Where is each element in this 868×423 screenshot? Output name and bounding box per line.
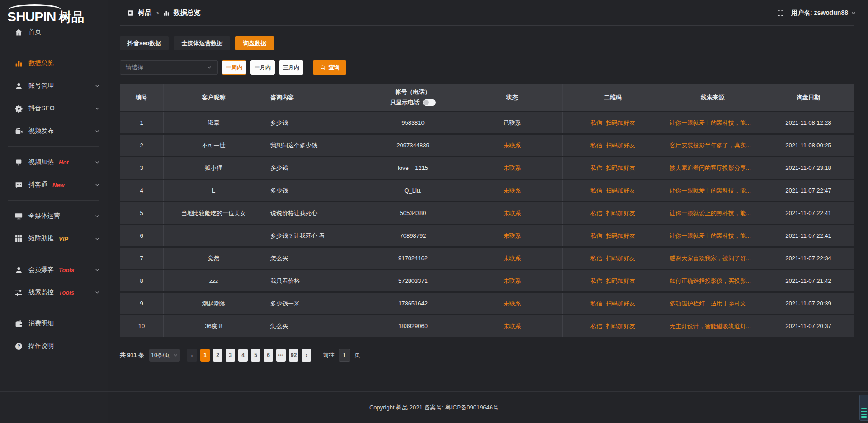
header-content: 咨询内容 xyxy=(264,84,364,111)
page-number-button[interactable]: 2 xyxy=(213,349,222,362)
page-number-button[interactable]: 1 xyxy=(200,349,210,362)
prev-page-button[interactable]: ‹ xyxy=(187,349,197,362)
sidebar-item-matrix-boost[interactable]: 矩阵助推VIP xyxy=(0,227,108,250)
total-count-label: 共 911 条 xyxy=(120,351,144,359)
qr-private-msg-link[interactable]: 私信 xyxy=(590,209,602,217)
source-link[interactable]: 让你一眼就爱上的黑科技，能... xyxy=(670,187,751,195)
source-link[interactable]: 让你一眼就爱上的黑科技，能... xyxy=(670,232,751,240)
qr-private-msg-link[interactable]: 私信 xyxy=(590,322,602,330)
source-link[interactable]: 如何正确选择投影仪，买投影... xyxy=(670,277,751,285)
content-cell: 我只看价格 xyxy=(264,270,364,291)
sidebar-item-data-overview[interactable]: 数据总览 xyxy=(0,52,108,75)
nickname-cell: 36度 8 xyxy=(164,315,264,337)
chevron-down-icon xyxy=(207,65,212,70)
page-number-button[interactable]: 6 xyxy=(264,349,273,362)
source-link[interactable]: 被大家追着问的客厅投影分享... xyxy=(670,164,751,172)
page-number-button[interactable]: 4 xyxy=(238,349,248,362)
phone-only-toggle[interactable] xyxy=(423,99,436,106)
page-number-button[interactable]: 92 xyxy=(289,349,298,362)
period-button-week[interactable]: 一周内 xyxy=(222,60,246,75)
sidebar-item-douyin-seo[interactable]: 抖音SEO xyxy=(0,97,108,120)
status-cell: 已联系 xyxy=(462,112,563,133)
account-cell: 70898792 xyxy=(364,225,462,246)
sidebar-item-label: 视频发布 xyxy=(28,127,54,135)
qr-scan-add-friend-link[interactable]: 扫码加好友 xyxy=(606,164,635,172)
page-ellipsis-button[interactable]: ••• xyxy=(276,349,286,362)
sidebar-item-home[interactable]: 首页 xyxy=(0,21,108,43)
page-number-button[interactable]: 5 xyxy=(251,349,260,362)
sidebar-item-badge: Hot xyxy=(59,159,69,166)
table-row: 1哦章多少钱9583810已联系私信扫码加好友让你一眼就爱上的黑科技，能...2… xyxy=(120,112,854,133)
qr-private-msg-link[interactable]: 私信 xyxy=(590,164,602,172)
next-page-button[interactable]: › xyxy=(302,349,311,362)
user-menu[interactable]: 用户名: zswodun88 xyxy=(791,9,856,17)
source-link[interactable]: 客厅安装投影半年多了，真实... xyxy=(670,141,751,150)
account-cell: love__1215 xyxy=(364,157,462,179)
sidebar-item-video-publish[interactable]: 视频发布 xyxy=(0,120,108,142)
qr-scan-add-friend-link[interactable]: 扫码加好友 xyxy=(606,119,635,127)
search-button[interactable]: 查询 xyxy=(313,60,346,75)
date-cell: 2021-11-07 23:18 xyxy=(762,157,854,179)
breadcrumb-root[interactable]: 树品 xyxy=(138,9,151,17)
page-size-select[interactable]: 10条/页 xyxy=(149,349,180,362)
row-id-cell: 10 xyxy=(120,315,164,337)
period-button-month[interactable]: 一月内 xyxy=(250,60,275,75)
qr-scan-add-friend-link[interactable]: 扫码加好友 xyxy=(606,232,635,240)
sidebar-item-member-baoke[interactable]: 会员爆客Tools xyxy=(0,258,108,281)
sidebar-item-account-manage[interactable]: 账号管理 xyxy=(0,75,108,97)
qr-private-msg-link[interactable]: 私信 xyxy=(590,187,602,195)
qr-scan-add-friend-link[interactable]: 扫码加好友 xyxy=(606,141,635,150)
source-link[interactable]: 多功能护栏灯，适用于乡村文... xyxy=(670,300,751,308)
tab-media-ops-data[interactable]: 全媒体运营数据 xyxy=(174,36,230,50)
fullscreen-icon[interactable] xyxy=(777,9,784,16)
header-account-title: 帐号（电话） xyxy=(396,88,431,96)
page-number-button[interactable]: 3 xyxy=(226,349,235,362)
qr-scan-add-friend-link[interactable]: 扫码加好友 xyxy=(606,187,635,195)
filter-select-placeholder: 请选择 xyxy=(126,63,143,71)
source-link[interactable]: 感谢大家喜欢我家，被问了好... xyxy=(670,254,751,263)
qr-private-msg-link[interactable]: 私信 xyxy=(590,277,602,285)
period-button-quarter[interactable]: 三月内 xyxy=(279,60,303,75)
qr-private-msg-link[interactable]: 私信 xyxy=(590,254,602,263)
qr-scan-add-friend-link[interactable]: 扫码加好友 xyxy=(606,277,635,285)
status-cell: 未联系 xyxy=(462,270,563,291)
floating-service-widget[interactable] xyxy=(859,395,868,421)
source-link[interactable]: 让你一眼就爱上的黑科技，能... xyxy=(670,209,751,217)
source-link[interactable]: 无主灯设计，智能磁吸轨道灯... xyxy=(670,322,751,330)
widget-stripe xyxy=(861,411,867,412)
filter-select[interactable]: 请选择 xyxy=(120,60,218,75)
nickname-cell xyxy=(164,225,264,246)
qr-private-msg-link[interactable]: 私信 xyxy=(590,141,602,150)
qr-scan-add-friend-link[interactable]: 扫码加好友 xyxy=(606,254,635,263)
qr-scan-add-friend-link[interactable]: 扫码加好友 xyxy=(606,322,635,330)
goto-page-input[interactable] xyxy=(339,349,350,362)
sidebar-item-consume-detail[interactable]: 消费明细 xyxy=(0,312,108,335)
qr-private-msg-link[interactable]: 私信 xyxy=(590,119,602,127)
search-button-label: 查询 xyxy=(329,64,340,71)
qr-scan-add-friend-link[interactable]: 扫码加好友 xyxy=(606,209,635,217)
comment-icon xyxy=(15,181,23,189)
table-row: 3狐小狸多少钱love__1215未联系私信扫码加好友被大家追着问的客厅投影分享… xyxy=(120,157,854,179)
source-cell: 让你一眼就爱上的黑科技，能... xyxy=(663,180,762,201)
content-cell: 说说价格让我死心 xyxy=(264,202,364,224)
header-nickname: 客户昵称 xyxy=(164,84,264,111)
sidebar-item-media-ops[interactable]: 全媒体运营 xyxy=(0,205,108,227)
tab-douyin-seo-data[interactable]: 抖音seo数据 xyxy=(120,36,169,50)
source-link[interactable]: 让你一眼就爱上的黑科技，能... xyxy=(670,119,751,127)
tab-inquiry-data[interactable]: 询盘数据 xyxy=(235,36,274,50)
source-cell: 让你一眼就爱上的黑科技，能... xyxy=(663,202,762,224)
account-cell: Q_Liu. xyxy=(364,180,462,201)
qr-private-msg-link[interactable]: 私信 xyxy=(590,232,602,240)
row-id-cell: 3 xyxy=(120,157,164,179)
sidebar-item-video-heat[interactable]: 视频加热Hot xyxy=(0,151,108,174)
sidebar-item-label: 账号管理 xyxy=(28,82,54,90)
sidebar-item-label: 消费明细 xyxy=(28,320,54,328)
qr-private-msg-link[interactable]: 私信 xyxy=(590,300,602,308)
sidebar-item-operation-guide[interactable]: ?操作说明 xyxy=(0,335,108,357)
account-cell: 50534380 xyxy=(364,202,462,224)
sidebar-item-douketong[interactable]: 抖客通New xyxy=(0,174,108,196)
qr-scan-add-friend-link[interactable]: 扫码加好友 xyxy=(606,300,635,308)
sidebar-item-label: 全媒体运营 xyxy=(28,212,60,220)
row-id-cell: 4 xyxy=(120,180,164,201)
sidebar-item-clue-monitor[interactable]: 线索监控Tools xyxy=(0,281,108,304)
